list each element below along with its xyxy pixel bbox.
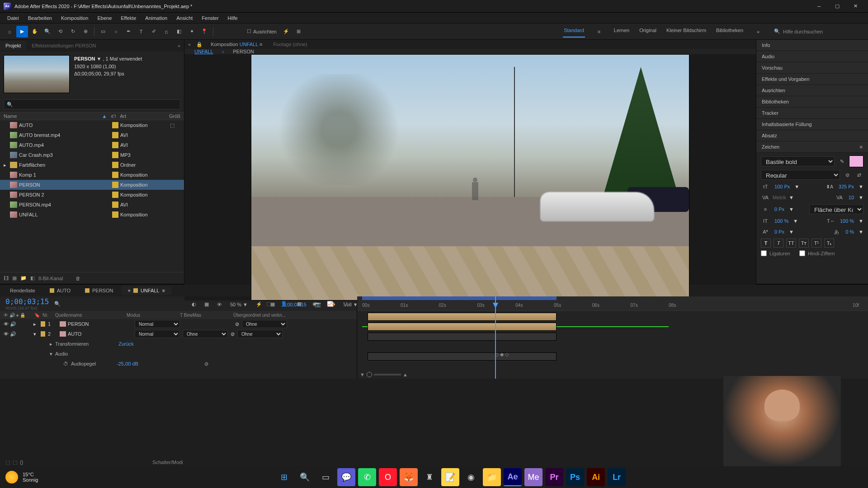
aftereffects-taskbar-icon[interactable]: Ae bbox=[504, 468, 522, 486]
panel-tracker[interactable]: Tracker bbox=[756, 108, 868, 119]
obs-icon[interactable]: ◉ bbox=[462, 468, 480, 486]
tab-renderqueue[interactable]: Renderliste bbox=[4, 286, 42, 295]
transform-group[interactable]: ▸ Transformieren Zurück bbox=[0, 339, 357, 349]
puppet-tool-icon[interactable]: 📍 bbox=[198, 26, 210, 38]
help-search[interactable]: 🔍 Hilfe durchsuchen bbox=[774, 28, 864, 34]
menu-effects[interactable]: Effekte bbox=[116, 14, 141, 23]
search-button[interactable]: 🔍 bbox=[296, 468, 314, 486]
zoom-out-icon[interactable]: ▼ bbox=[360, 372, 365, 377]
tab-auto[interactable]: AUTO bbox=[43, 286, 77, 295]
whatsapp-icon[interactable]: ✆ bbox=[358, 468, 376, 486]
project-item[interactable]: ▸FarbflächenOrdner bbox=[0, 160, 184, 170]
project-item[interactable]: PERSONKomposition bbox=[0, 180, 184, 190]
lightroom-icon[interactable]: Lr bbox=[608, 468, 626, 486]
rotate-tool-icon[interactable]: ↻ bbox=[67, 26, 79, 38]
panel-content-fill[interactable]: Inhaltsbasierte Füllung bbox=[756, 119, 868, 130]
anchor-tool-icon[interactable]: ⊕ bbox=[80, 26, 91, 38]
pen-tool-icon[interactable]: ✒ bbox=[123, 26, 134, 38]
layer-row-person[interactable]: 👁 🔊 ▸ 1 PERSON Normal ⊘ Ohne bbox=[0, 319, 357, 329]
bit-depth-label[interactable]: 8-Bit-Kanal bbox=[38, 276, 63, 281]
parent-select[interactable]: Ohne bbox=[237, 330, 283, 338]
switches-modes-toggle[interactable]: Schalter/Modi bbox=[152, 460, 183, 465]
menu-view[interactable]: Ansicht bbox=[172, 14, 197, 23]
panel-info[interactable]: Info bbox=[756, 40, 868, 51]
timeline-track-area[interactable]: 00s 01s 02s 03s 04s 05s 06s 07s 08s 10f … bbox=[357, 296, 868, 379]
snap-options-icon[interactable]: ⚡ bbox=[280, 26, 292, 38]
menu-layer[interactable]: Ebene bbox=[93, 14, 116, 23]
project-item[interactable]: UNFALLKomposition bbox=[0, 210, 184, 220]
toggle-seq-icon[interactable]: {} bbox=[20, 460, 23, 465]
kerning-dropdown[interactable]: Metrik bbox=[773, 195, 786, 200]
fill-color-swatch[interactable] bbox=[849, 155, 863, 167]
zoom-in-icon[interactable]: ▲ bbox=[403, 372, 408, 377]
layer-row-auto[interactable]: 👁 🔊 ▾ 2 AUTO Normal Ohne ⊘ Ohne bbox=[0, 329, 357, 339]
rectangle-tool-icon[interactable]: ▭ bbox=[97, 26, 109, 38]
project-column-headers[interactable]: Name ▲ 🏷 Art Größ bbox=[0, 112, 184, 120]
mediaencoder-icon[interactable]: Me bbox=[524, 468, 542, 486]
nav-chevron-icon[interactable]: « bbox=[188, 42, 191, 47]
tab-unfall[interactable]: × UNFALL ≡ bbox=[121, 286, 171, 295]
brush-tool-icon[interactable]: ✐ bbox=[148, 26, 160, 38]
menu-file[interactable]: Datei bbox=[3, 14, 24, 23]
panel-audio[interactable]: Audio bbox=[756, 51, 868, 62]
premiere-icon[interactable]: Pr bbox=[545, 468, 563, 486]
sublayer-bar[interactable] bbox=[368, 333, 557, 341]
project-item[interactable]: AUTO.mp4AVI bbox=[0, 140, 184, 150]
lock-icon[interactable]: 🔒 bbox=[196, 42, 203, 47]
font-family-select[interactable]: Bastile bold bbox=[761, 156, 835, 166]
firefox-icon[interactable]: 🦊 bbox=[400, 468, 418, 486]
tsume-input[interactable]: 0 % bbox=[844, 229, 856, 235]
panel-libraries[interactable]: Bibliotheken bbox=[756, 96, 868, 108]
workspace-original[interactable]: Original bbox=[638, 26, 657, 38]
tab-composition[interactable]: Komposition UNFALL ≡ bbox=[208, 40, 265, 49]
start-button[interactable]: ⊞ bbox=[275, 468, 293, 486]
menu-composition[interactable]: Komposition bbox=[57, 14, 93, 23]
roto-tool-icon[interactable]: ✦ bbox=[186, 26, 198, 38]
workspace-libs[interactable]: Bibliotheken bbox=[715, 26, 744, 38]
snap-grid-icon[interactable]: ⊞ bbox=[293, 26, 305, 38]
mode-select[interactable]: Normal bbox=[135, 320, 180, 328]
panel-align[interactable]: Ausrichten bbox=[756, 85, 868, 96]
panel-effects[interactable]: Effekte und Vorgaben bbox=[756, 74, 868, 85]
stroke-nocolor-icon[interactable]: ⊘ bbox=[843, 171, 852, 179]
explorer-icon[interactable]: 📁 bbox=[483, 468, 501, 486]
opera-icon[interactable]: O bbox=[379, 468, 397, 486]
workspace-standard[interactable]: Standard bbox=[563, 26, 585, 38]
snap-checkbox[interactable]: ☐Ausrichten bbox=[244, 28, 279, 34]
new-folder-icon[interactable]: 📁 bbox=[20, 275, 27, 281]
eyedropper-icon[interactable]: ✎ bbox=[837, 157, 846, 165]
panel-overflow-icon[interactable]: » bbox=[174, 43, 184, 48]
home-icon[interactable]: ⌂ bbox=[4, 26, 15, 38]
hscale-input[interactable]: 100 % bbox=[838, 218, 856, 224]
illustrator-icon[interactable]: Ai bbox=[587, 468, 605, 486]
notes-icon[interactable]: 📝 bbox=[441, 468, 459, 486]
zoom-tool-icon[interactable]: 🔍 bbox=[42, 26, 53, 38]
eraser-tool-icon[interactable]: ◧ bbox=[173, 26, 185, 38]
audio-bar[interactable] bbox=[368, 352, 557, 361]
orbit-tool-icon[interactable]: ⟲ bbox=[54, 26, 66, 38]
bold-button[interactable]: T bbox=[761, 239, 771, 248]
panel-paragraph[interactable]: Absatz bbox=[756, 130, 868, 141]
maximize-button[interactable]: ▢ bbox=[828, 0, 846, 13]
stroke-mode-select[interactable]: Fläche über Kon... bbox=[809, 204, 863, 214]
panel-character[interactable]: Zeichen≡ bbox=[756, 141, 868, 153]
close-button[interactable]: ✕ bbox=[846, 0, 864, 13]
tab-effect-controls[interactable]: Effekteinstellungen PERSON bbox=[26, 41, 101, 50]
asset-thumbnail[interactable] bbox=[4, 55, 70, 93]
photoshop-icon[interactable]: Ps bbox=[566, 468, 584, 486]
superscript-button[interactable]: T¹ bbox=[811, 239, 821, 248]
app-icon[interactable]: ♜ bbox=[420, 468, 439, 486]
new-comp-icon[interactable]: ▦ bbox=[12, 275, 17, 281]
tab-project[interactable]: Projekt bbox=[0, 41, 26, 50]
project-item[interactable]: AUTO bremst.mp4AVI bbox=[0, 130, 184, 140]
panel-preview[interactable]: Vorschau bbox=[756, 62, 868, 74]
menu-window[interactable]: Fenster bbox=[197, 14, 223, 23]
toggle-modes-icon[interactable]: ⬚ bbox=[13, 460, 17, 465]
clone-tool-icon[interactable]: ⎌ bbox=[160, 26, 172, 38]
menu-animation[interactable]: Animation bbox=[141, 14, 172, 23]
font-style-select[interactable]: Regular bbox=[761, 170, 840, 180]
parent-select[interactable]: Ohne bbox=[242, 320, 287, 328]
workspace-learn[interactable]: Lernen bbox=[613, 26, 630, 38]
leading-input[interactable]: 325 Px bbox=[837, 184, 856, 189]
fontsize-input[interactable]: 100 Px bbox=[773, 184, 792, 189]
